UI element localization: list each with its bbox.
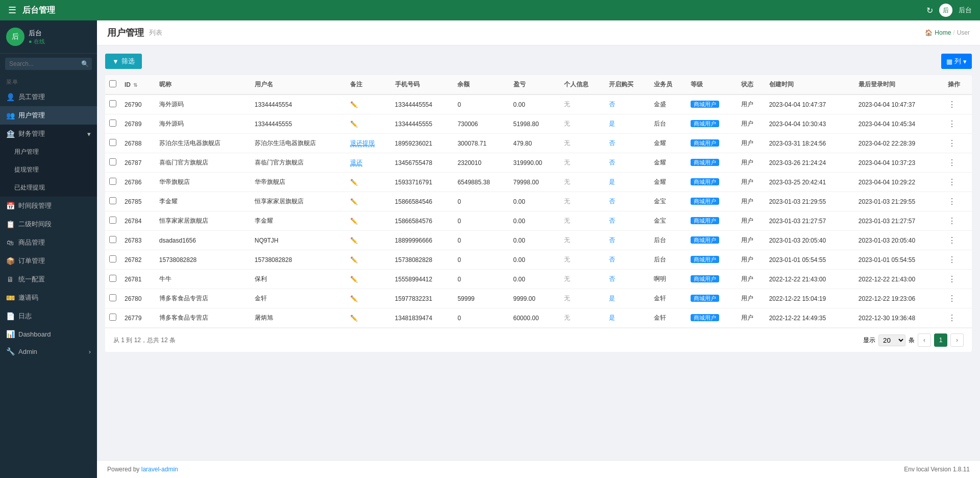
row-checkbox[interactable]: [109, 197, 116, 204]
sidebar-item-goods[interactable]: 🛍 商品管理: [0, 233, 97, 252]
action-menu-icon[interactable]: ⋮: [948, 139, 956, 148]
action-menu-icon[interactable]: ⋮: [948, 294, 956, 303]
sidebar-username: 后台: [29, 29, 45, 38]
note-link[interactable]: 退还提现: [350, 139, 375, 147]
note-edit-icon[interactable]: ✏️: [350, 101, 358, 108]
sidebar-item-staff[interactable]: 👤 员工管理: [0, 88, 97, 106]
row-checkbox[interactable]: [109, 275, 116, 282]
cell-balance: 0: [453, 94, 509, 114]
note-edit-icon[interactable]: ✏️: [350, 256, 358, 264]
page-1-button[interactable]: 1: [934, 333, 947, 347]
note-link[interactable]: 退还: [350, 159, 362, 166]
note-edit-icon[interactable]: ✏️: [350, 218, 358, 225]
row-checkbox[interactable]: [109, 158, 116, 165]
sidebar-item-fin-user[interactable]: 用户管理: [0, 143, 97, 161]
row-checkbox[interactable]: [109, 236, 116, 243]
sidebar-item-dashboard[interactable]: 📊 Dashboard: [0, 325, 97, 343]
select-all-checkbox[interactable]: [109, 80, 116, 87]
sidebar-orders-label: 订单管理: [18, 256, 45, 266]
sidebar-item-fin-done[interactable]: 已处理提现: [0, 179, 97, 197]
col-id[interactable]: ID ⇅: [120, 75, 155, 94]
cell-buy[interactable]: 否: [605, 231, 650, 250]
cell-buy[interactable]: 否: [605, 134, 650, 153]
row-checkbox[interactable]: [109, 255, 116, 262]
sidebar-item-config[interactable]: 🖥 统一配置: [0, 270, 97, 289]
cell-created: 2023-04-04 10:30:43: [765, 114, 854, 134]
cell-level: 商城用户: [687, 289, 737, 308]
laravel-admin-link[interactable]: laravel-admin: [141, 466, 178, 473]
cell-level: 商城用户: [687, 192, 737, 211]
cell-buy[interactable]: 是: [605, 308, 650, 328]
note-edit-icon[interactable]: ✏️: [350, 295, 358, 302]
fin-done-label: 已处理提现: [14, 183, 45, 192]
sidebar-item-orders[interactable]: 📦 订单管理: [0, 252, 97, 270]
action-menu-icon[interactable]: ⋮: [948, 217, 956, 225]
header-username[interactable]: 后台: [959, 6, 972, 15]
col-chevron: ▾: [963, 58, 967, 65]
sidebar-item-timeslot[interactable]: 📅 时间段管理: [0, 197, 97, 215]
sidebar-item-log[interactable]: 📄 日志: [0, 307, 97, 325]
row-checkbox[interactable]: [109, 217, 116, 224]
note-edit-icon[interactable]: ✏️: [350, 237, 358, 244]
table-body: 26790 海外源码 13344445554 ✏️ 13344445554 0 …: [105, 94, 972, 328]
next-page-button[interactable]: ›: [950, 333, 964, 347]
cell-buy[interactable]: 否: [605, 250, 650, 270]
row-checkbox[interactable]: [109, 178, 116, 185]
action-menu-icon[interactable]: ⋮: [948, 178, 956, 186]
sidebar-item-finance[interactable]: 🏦 财务管理 ▾: [0, 125, 97, 143]
cell-buy[interactable]: 否: [605, 270, 650, 289]
sidebar-item-fin-withdraw[interactable]: 提现管理: [0, 161, 97, 179]
cell-buy[interactable]: 否: [605, 153, 650, 173]
note-edit-icon[interactable]: ✏️: [350, 276, 358, 283]
cell-id: 26779: [120, 308, 155, 328]
hamburger-icon[interactable]: ☰: [8, 5, 16, 16]
sidebar-item-user[interactable]: 👥 用户管理: [0, 106, 97, 125]
cell-buy[interactable]: 否: [605, 94, 650, 114]
sidebar-item-timeslot2[interactable]: 📋 二级时间段: [0, 215, 97, 233]
note-edit-icon[interactable]: ✏️: [350, 179, 358, 186]
action-menu-icon[interactable]: ⋮: [948, 100, 956, 109]
action-menu-icon[interactable]: ⋮: [948, 275, 956, 283]
note-edit-icon[interactable]: ✏️: [350, 121, 358, 128]
row-checkbox[interactable]: [109, 100, 116, 107]
cell-buy[interactable]: 是: [605, 289, 650, 308]
cell-buy[interactable]: 否: [605, 192, 650, 211]
action-menu-icon[interactable]: ⋮: [948, 255, 956, 264]
prev-page-button[interactable]: ‹: [918, 333, 931, 347]
cell-action: ⋮: [944, 211, 972, 231]
level-badge: 商城用户: [691, 217, 719, 224]
filter-button[interactable]: ▼ 筛选: [105, 54, 142, 69]
row-checkbox[interactable]: [109, 139, 116, 146]
cell-created: 2023-01-01 05:54:55: [765, 250, 854, 270]
cell-phone: 13456755478: [391, 153, 454, 173]
cell-nickname: 苏泊尔生活电器旗舰店: [155, 134, 251, 153]
action-menu-icon[interactable]: ⋮: [948, 119, 956, 128]
cell-buy[interactable]: 否: [605, 211, 650, 231]
config-icon: 🖥: [6, 275, 14, 283]
row-checkbox[interactable]: [109, 119, 116, 127]
note-edit-icon[interactable]: ✏️: [350, 198, 358, 205]
cell-buy[interactable]: 是: [605, 173, 650, 192]
cell-buy[interactable]: 是: [605, 114, 650, 134]
data-table-wrapper: ID ⇅ 昵称 用户名 备注 手机号码 余额 盈亏 个人信息 开启购买 业务员 …: [105, 75, 972, 352]
sidebar-item-admin[interactable]: 🔧 Admin ›: [0, 343, 97, 360]
cell-phone: 15558994412: [391, 270, 454, 289]
cell-level: 商城用户: [687, 114, 737, 134]
sidebar-item-invite[interactable]: 🎫 邀请码: [0, 289, 97, 307]
per-page-select[interactable]: 20 50 100: [878, 334, 905, 346]
refresh-icon[interactable]: ↻: [926, 6, 933, 15]
column-button[interactable]: ▦ 列 ▾: [941, 54, 972, 69]
user-avatar[interactable]: 后: [939, 4, 952, 17]
action-menu-icon[interactable]: ⋮: [948, 158, 956, 167]
action-menu-icon[interactable]: ⋮: [948, 236, 956, 245]
action-menu-icon[interactable]: ⋮: [948, 197, 956, 206]
search-input[interactable]: [5, 58, 92, 70]
breadcrumb-home[interactable]: Home: [935, 29, 951, 36]
action-menu-icon[interactable]: ⋮: [948, 314, 956, 322]
col-info: 个人信息: [560, 75, 605, 94]
note-edit-icon[interactable]: ✏️: [350, 315, 358, 322]
row-checkbox[interactable]: [109, 294, 116, 301]
row-checkbox[interactable]: [109, 314, 116, 321]
goods-icon: 🛍: [6, 238, 14, 247]
cell-balance: 0: [453, 250, 509, 270]
